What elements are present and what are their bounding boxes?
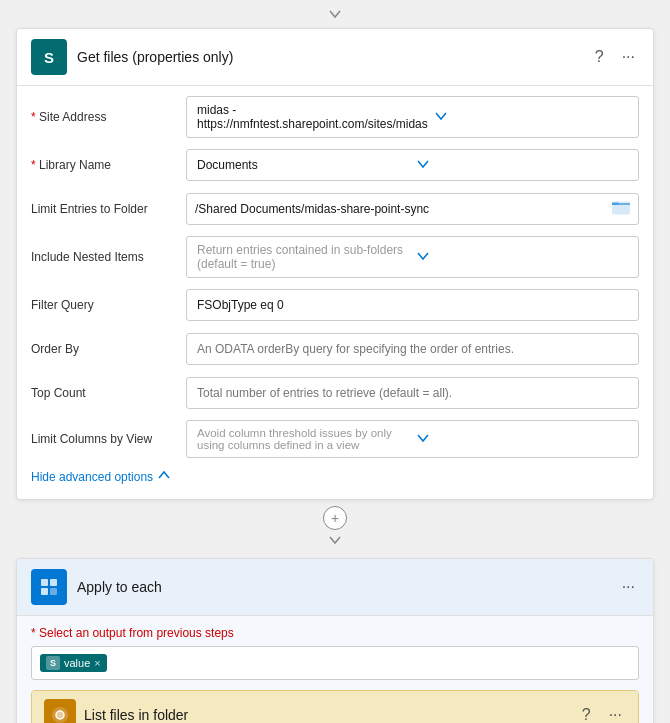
sharepoint-icon: S — [31, 39, 67, 75]
site-address-select[interactable]: midas - https://nmfntest.sharepoint.com/… — [186, 96, 639, 138]
library-name-label: Library Name — [31, 158, 186, 172]
top-count-input[interactable] — [186, 377, 639, 409]
limit-entries-label: Limit Entries to Folder — [31, 202, 186, 216]
limit-columns-arrow-icon — [416, 431, 629, 448]
top-count-control[interactable] — [186, 377, 639, 409]
help-button[interactable]: ? — [591, 46, 608, 68]
list-files-header: List files in folder ? ··· — [32, 691, 638, 723]
limit-entries-folder[interactable]: /Shared Documents/midas-share-point-sync — [186, 193, 639, 225]
folder-browse-icon[interactable] — [612, 199, 630, 219]
hide-advanced-toggle[interactable]: Hide advanced options — [31, 468, 639, 489]
get-files-card: S Get files (properties only) ? ··· Site… — [16, 28, 654, 500]
top-count-label: Top Count — [31, 386, 186, 400]
include-nested-select[interactable]: Return entries contained in sub-folders … — [186, 236, 639, 278]
more-options-button[interactable]: ··· — [618, 46, 639, 68]
apply-each-body: Select an output from previous steps S v… — [17, 616, 653, 723]
get-files-title: Get files (properties only) — [77, 49, 591, 65]
site-address-label: Site Address — [31, 110, 186, 124]
chevron-up-icon — [157, 468, 171, 485]
library-name-select[interactable]: Documents — [186, 149, 639, 181]
library-name-arrow-icon — [416, 157, 629, 174]
list-files-title: List files in folder — [84, 707, 578, 723]
library-name-control[interactable]: Documents — [186, 149, 639, 181]
filter-query-control[interactable] — [186, 289, 639, 321]
include-nested-label: Include Nested Items — [31, 250, 186, 264]
limit-entries-control[interactable]: /Shared Documents/midas-share-point-sync — [186, 193, 639, 225]
list-files-help-button[interactable]: ? — [578, 704, 595, 723]
top-count-row: Top Count — [31, 376, 639, 410]
list-files-more-button[interactable]: ··· — [605, 704, 626, 723]
library-name-row: Library Name Documents — [31, 148, 639, 182]
arrow-down-icon — [327, 6, 343, 22]
limit-columns-row: Limit Columns by View Avoid column thres… — [31, 420, 639, 458]
svg-rect-1 — [612, 202, 619, 205]
site-address-row: Site Address midas - https://nmfntest.sh… — [31, 96, 639, 138]
value-tag: S value × — [40, 654, 107, 672]
list-files-icon — [44, 699, 76, 723]
get-files-header: S Get files (properties only) ? ··· — [17, 29, 653, 86]
filter-query-row: Filter Query — [31, 288, 639, 322]
svg-rect-3 — [50, 579, 57, 586]
order-by-input[interactable] — [186, 333, 639, 365]
apply-each-title: Apply to each — [77, 579, 618, 595]
apply-each-card: Apply to each ··· Select an output from … — [16, 558, 654, 723]
get-files-actions: ? ··· — [591, 46, 639, 68]
list-files-actions: ? ··· — [578, 704, 626, 723]
get-files-body: Site Address midas - https://nmfntest.sh… — [17, 86, 653, 499]
svg-point-7 — [56, 711, 64, 719]
include-nested-row: Include Nested Items Return entries cont… — [31, 236, 639, 278]
top-connector — [0, 0, 670, 28]
output-tag-input[interactable]: S value × — [31, 646, 639, 680]
tag-sharepoint-icon: S — [46, 656, 60, 670]
order-by-label: Order By — [31, 342, 186, 356]
apply-each-actions: ··· — [618, 576, 639, 598]
filter-query-label: Filter Query — [31, 298, 186, 312]
apply-more-button[interactable]: ··· — [618, 576, 639, 598]
add-step-button[interactable]: + — [323, 506, 347, 530]
plus-connector: + — [0, 500, 670, 558]
list-files-sub-card: List files in folder ? ··· Folder — [31, 690, 639, 723]
select-output-label: Select an output from previous steps — [31, 626, 639, 640]
svg-rect-2 — [41, 579, 48, 586]
limit-columns-control[interactable]: Avoid column threshold issues by only us… — [186, 420, 639, 458]
tag-close-button[interactable]: × — [94, 658, 100, 669]
include-nested-control[interactable]: Return entries contained in sub-folders … — [186, 236, 639, 278]
apply-each-header: Apply to each ··· — [17, 559, 653, 616]
limit-entries-row: Limit Entries to Folder /Shared Document… — [31, 192, 639, 226]
filter-query-input[interactable] — [186, 289, 639, 321]
svg-rect-4 — [41, 588, 48, 595]
include-nested-arrow-icon — [416, 249, 629, 266]
apply-icon — [31, 569, 67, 605]
site-address-arrow-icon — [434, 109, 628, 126]
svg-rect-5 — [50, 588, 57, 595]
site-address-control[interactable]: midas - https://nmfntest.sharepoint.com/… — [186, 96, 639, 138]
order-by-control[interactable] — [186, 333, 639, 365]
connector-down-arrow — [327, 532, 343, 552]
limit-columns-select[interactable]: Avoid column threshold issues by only us… — [186, 420, 639, 458]
limit-columns-label: Limit Columns by View — [31, 432, 186, 446]
order-by-row: Order By — [31, 332, 639, 366]
